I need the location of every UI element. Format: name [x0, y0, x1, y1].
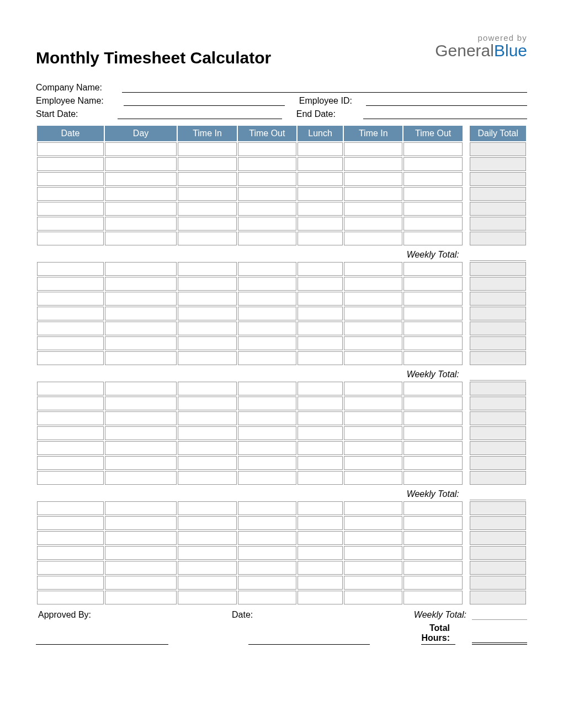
cell[interactable] — [298, 501, 343, 515]
cell[interactable] — [238, 277, 296, 291]
cell[interactable] — [470, 561, 526, 575]
cell[interactable] — [37, 561, 104, 575]
cell[interactable] — [37, 441, 104, 455]
cell[interactable] — [470, 336, 526, 350]
cell[interactable] — [298, 456, 343, 470]
cell[interactable] — [344, 157, 402, 171]
cell[interactable] — [105, 157, 177, 171]
cell[interactable] — [238, 187, 296, 201]
cell[interactable] — [238, 591, 296, 604]
cell[interactable] — [403, 397, 462, 410]
cell[interactable] — [470, 322, 526, 335]
cell[interactable] — [298, 531, 343, 545]
cell[interactable] — [238, 546, 296, 560]
cell[interactable] — [298, 277, 343, 291]
cell[interactable] — [344, 516, 402, 530]
cell[interactable] — [403, 576, 462, 590]
cell[interactable] — [238, 531, 296, 545]
cell[interactable] — [403, 441, 462, 455]
cell[interactable] — [37, 351, 104, 365]
cell[interactable] — [238, 397, 296, 410]
cell[interactable] — [403, 262, 462, 276]
cell[interactable] — [178, 426, 236, 440]
cell[interactable] — [344, 561, 402, 575]
cell[interactable] — [403, 501, 462, 515]
cell[interactable] — [470, 142, 526, 156]
cell[interactable] — [470, 202, 526, 216]
cell[interactable] — [178, 456, 236, 470]
cell[interactable] — [470, 591, 526, 604]
cell[interactable] — [178, 471, 236, 485]
cell[interactable] — [238, 561, 296, 575]
cell[interactable] — [178, 397, 236, 410]
cell[interactable] — [178, 232, 236, 245]
cell[interactable] — [178, 292, 236, 306]
cell[interactable] — [344, 262, 402, 276]
cell[interactable] — [344, 441, 402, 455]
employee-name-input[interactable] — [124, 96, 285, 106]
cell[interactable] — [37, 531, 104, 545]
cell[interactable] — [344, 307, 402, 320]
cell[interactable] — [298, 322, 343, 335]
cell[interactable] — [178, 172, 236, 186]
cell[interactable] — [37, 142, 104, 156]
cell[interactable] — [37, 336, 104, 350]
cell[interactable] — [344, 187, 402, 201]
cell[interactable] — [37, 546, 104, 560]
cell[interactable] — [178, 157, 236, 171]
cell[interactable] — [178, 336, 236, 350]
cell[interactable] — [403, 351, 462, 365]
cell[interactable] — [344, 202, 402, 216]
cell[interactable] — [403, 142, 462, 156]
cell[interactable] — [37, 471, 104, 485]
cell[interactable] — [178, 591, 236, 604]
cell[interactable] — [470, 546, 526, 560]
cell[interactable] — [298, 232, 343, 245]
cell[interactable] — [238, 292, 296, 306]
cell[interactable] — [37, 187, 104, 201]
cell[interactable] — [298, 471, 343, 485]
cell[interactable] — [105, 187, 177, 201]
cell[interactable] — [403, 322, 462, 335]
cell[interactable] — [470, 456, 526, 470]
cell[interactable] — [470, 172, 526, 186]
cell[interactable] — [238, 501, 296, 515]
company-name-input[interactable] — [122, 83, 527, 93]
footer-date-line[interactable] — [248, 634, 370, 645]
cell[interactable] — [298, 142, 343, 156]
cell[interactable] — [178, 277, 236, 291]
cell[interactable] — [298, 426, 343, 440]
cell[interactable] — [105, 232, 177, 245]
cell[interactable] — [238, 262, 296, 276]
cell[interactable] — [298, 187, 343, 201]
cell[interactable] — [37, 426, 104, 440]
cell[interactable] — [344, 217, 402, 231]
cell[interactable] — [470, 217, 526, 231]
cell[interactable] — [298, 441, 343, 455]
cell[interactable] — [298, 307, 343, 320]
cell[interactable] — [403, 471, 462, 485]
cell[interactable] — [178, 262, 236, 276]
cell[interactable] — [238, 516, 296, 530]
cell[interactable] — [470, 351, 526, 365]
cell[interactable] — [238, 471, 296, 485]
cell[interactable] — [105, 591, 177, 604]
cell[interactable] — [37, 397, 104, 410]
cell[interactable] — [344, 232, 402, 245]
cell[interactable] — [238, 307, 296, 320]
cell[interactable] — [105, 471, 177, 485]
cell[interactable] — [344, 142, 402, 156]
cell[interactable] — [37, 411, 104, 425]
cell[interactable] — [344, 277, 402, 291]
cell[interactable] — [238, 322, 296, 335]
cell[interactable] — [344, 576, 402, 590]
cell[interactable] — [178, 217, 236, 231]
cell[interactable] — [344, 471, 402, 485]
cell[interactable] — [37, 456, 104, 470]
cell[interactable] — [470, 471, 526, 485]
cell[interactable] — [178, 546, 236, 560]
cell[interactable] — [403, 411, 462, 425]
cell[interactable] — [105, 456, 177, 470]
cell[interactable] — [344, 397, 402, 410]
cell[interactable] — [403, 456, 462, 470]
